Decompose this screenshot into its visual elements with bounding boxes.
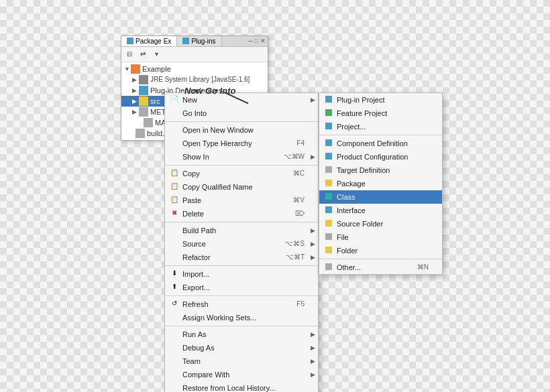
refactor-icon: [169, 253, 180, 262]
run-as-arrow: ▶: [311, 331, 315, 338]
maximize-btn[interactable]: □: [255, 38, 258, 44]
tab-package-explorer[interactable]: Package Ex: [121, 36, 177, 46]
new-submenu-target-def[interactable]: Target Definition: [319, 164, 442, 177]
menu-show-in-label: Show In: [182, 153, 209, 161]
menu-item-copy-qualified[interactable]: 📋 Copy Qualified Name: [165, 180, 318, 194]
menu-refactor-label: Refactor: [182, 253, 211, 261]
product-config-label: Product Configuration: [337, 153, 408, 161]
show-in-arrow: ▶: [311, 153, 315, 160]
tree-label-src: src: [150, 97, 160, 105]
target-def-icon: [323, 166, 334, 175]
menu-export-label: Export...: [182, 283, 210, 291]
menu-item-paste[interactable]: 📋 Paste ⌘V: [165, 194, 318, 207]
new-submenu-sep-2: [319, 259, 442, 259]
menu-open-window-label: Open in New Window: [182, 126, 254, 134]
collapse-all-btn[interactable]: ⊟: [123, 48, 135, 60]
menu-debug-as-label: Debug As: [182, 344, 215, 352]
menu-refresh-label: Refresh: [182, 300, 209, 308]
menu-copy-label: Copy: [182, 170, 200, 178]
menu-item-import[interactable]: ⬇ Import...: [165, 267, 318, 281]
refresh-shortcut: F5: [283, 300, 305, 308]
menu-item-build-path[interactable]: Build Path ▶: [165, 224, 318, 237]
menu-item-team[interactable]: Team ▶: [165, 354, 318, 368]
working-sets-icon: [169, 313, 180, 322]
new-submenu-component-def[interactable]: Component Definition: [319, 137, 442, 150]
menu-item-delete[interactable]: ✖ Delete ⌦: [165, 207, 318, 220]
minimize-btn[interactable]: ─: [248, 38, 252, 44]
folder-label: Folder: [337, 247, 358, 255]
refresh-icon: ↺: [169, 300, 180, 309]
interface-label: Interface: [337, 206, 366, 214]
new-submenu: Plug-in Project Feature Project Project.…: [319, 92, 443, 275]
new-submenu-source-folder[interactable]: Source Folder: [319, 217, 442, 231]
separator-2: [165, 165, 318, 166]
new-submenu-project[interactable]: Project...: [319, 120, 442, 133]
menu-item-open-new-window[interactable]: Open in New Window: [165, 123, 318, 137]
tree-item-jre[interactable]: ▶ JRE System Library [JavaSE-1.6]: [121, 74, 268, 85]
paste-shortcut: ⌘V: [280, 196, 305, 204]
menu-item-gointo[interactable]: Go Into: [165, 107, 318, 120]
new-submenu-other[interactable]: Other... ⌘N: [319, 261, 442, 274]
target-def-label: Target Definition: [337, 166, 390, 174]
menu-item-restore-history[interactable]: Restore from Local History...: [165, 381, 318, 393]
toolbar: ⊟ ⇄ ▾: [121, 47, 268, 62]
file-icon-new: [323, 233, 334, 242]
refactor-shortcut: ⌥⌘T: [272, 253, 305, 261]
menu-restore-label: Restore from Local History...: [182, 384, 276, 392]
new-submenu-package[interactable]: Package: [319, 177, 442, 190]
restore-icon: [169, 383, 180, 393]
menu-item-copy[interactable]: 📋 Copy ⌘C: [165, 167, 318, 180]
interface-icon-new: [323, 206, 334, 215]
menu-item-show-in[interactable]: Show In ⌥⌘W ▶: [165, 150, 318, 164]
menu-item-source[interactable]: Source ⌥⌘S ▶: [165, 237, 318, 251]
view-menu-btn[interactable]: ▾: [150, 48, 162, 60]
tab-plugins-label: Plug-ins: [191, 38, 215, 45]
export-icon: ⬆: [169, 283, 180, 292]
tree-item-example[interactable]: ▼ Example: [121, 64, 268, 74]
new-icon: 📄: [169, 95, 180, 105]
compare-arrow: ▶: [311, 371, 315, 378]
product-config-icon: [323, 152, 334, 161]
package-explorer-tab-icon: [127, 38, 133, 44]
new-submenu-arrow: ▶: [311, 96, 315, 103]
menu-item-run-as[interactable]: Run As ▶: [165, 328, 318, 341]
menu-item-refactor[interactable]: Refactor ⌥⌘T ▶: [165, 251, 318, 264]
menu-item-refresh[interactable]: ↺ Refresh F5: [165, 298, 318, 311]
menu-gointo-label: Go Into: [182, 109, 207, 117]
menu-run-as-label: Run As: [182, 330, 206, 338]
copy-shortcut: ⌘C: [280, 170, 305, 177]
menu-item-open-type-hierarchy[interactable]: Open Type Hierarchy F4: [165, 137, 318, 150]
new-submenu-plugin-project[interactable]: Plug-in Project: [319, 93, 442, 107]
menu-team-label: Team: [182, 357, 201, 365]
compare-icon: [169, 370, 180, 379]
menu-item-export[interactable]: ⬆ Export...: [165, 281, 318, 294]
new-submenu-file[interactable]: File: [319, 231, 442, 244]
meta-inf-icon: [139, 107, 148, 117]
close-btn[interactable]: ✕: [260, 38, 266, 44]
project-icon: [131, 64, 140, 74]
menu-item-compare-with[interactable]: Compare With ▶: [165, 368, 318, 381]
open-type-icon: [169, 139, 180, 148]
copy-icon: 📋: [169, 169, 180, 178]
new-submenu-feature-project[interactable]: Feature Project: [319, 107, 442, 120]
window-title-tabs: Package Ex Plug-ins ─ □ ✕: [121, 36, 268, 47]
menu-copy-qualified-label: Copy Qualified Name: [182, 183, 253, 191]
separator-6: [165, 326, 318, 326]
team-arrow: ▶: [311, 358, 315, 365]
debug-as-arrow: ▶: [311, 344, 315, 351]
new-submenu-folder[interactable]: Folder: [319, 244, 442, 257]
jre-icon: [139, 75, 148, 84]
tab-plugins[interactable]: Plug-ins: [177, 36, 221, 46]
menu-item-debug-as[interactable]: Debug As ▶: [165, 341, 318, 354]
tree-label-jre: JRE System Library [JavaSE-1.6]: [150, 76, 250, 83]
link-editor-btn[interactable]: ⇄: [137, 48, 149, 60]
plugin-project-icon: [323, 95, 334, 105]
new-submenu-class[interactable]: Class: [319, 190, 442, 204]
new-submenu-product-config[interactable]: Product Configuration: [319, 150, 442, 164]
menu-item-assign-working-sets[interactable]: Assign Working Sets...: [165, 311, 318, 324]
component-def-label: Component Definition: [337, 139, 408, 147]
plugins-tab-icon: [182, 38, 189, 44]
new-submenu-interface[interactable]: Interface: [319, 204, 442, 217]
paste-icon: 📋: [169, 196, 180, 205]
other-shortcut: ⌘N: [404, 263, 429, 271]
